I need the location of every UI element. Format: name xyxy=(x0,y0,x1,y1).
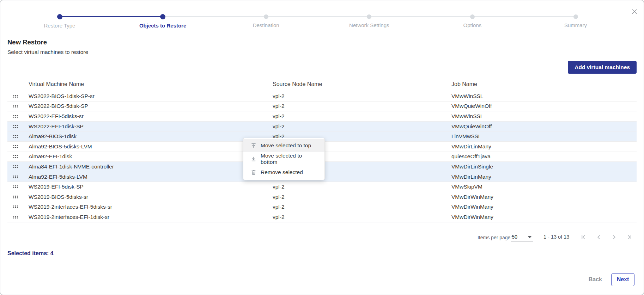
cell-job-name: VMwDirLinSingle xyxy=(451,164,637,170)
cell-source-node: vpl-2 xyxy=(273,204,451,210)
drag-handle-icon[interactable] xyxy=(13,94,18,98)
cell-vm-name: Alma84-EFI-1disk-NVME-controller xyxy=(29,164,273,170)
menu-item-move-selected-to-top[interactable]: Move selected to top xyxy=(243,139,324,152)
drag-handle-icon[interactable] xyxy=(13,195,18,199)
menu-item-label: Move selected to bottom xyxy=(261,153,319,165)
drag-handle-icon[interactable] xyxy=(13,135,18,138)
cell-vm-name: Alma92-BIOS-5disks-LVM xyxy=(29,143,273,150)
drag-handle-icon[interactable] xyxy=(13,155,18,158)
cell-source-node: vpl-2 xyxy=(273,184,451,190)
step-dot-icon xyxy=(57,14,62,19)
chevron-down-icon xyxy=(528,236,532,238)
drag-handle-icon[interactable] xyxy=(13,215,18,219)
step-network-settings[interactable]: Network Settings xyxy=(327,14,412,28)
last-page-icon xyxy=(626,234,632,240)
add-virtual-machines-button[interactable]: Add virtual machines xyxy=(568,61,637,74)
next-page-button[interactable] xyxy=(611,234,617,240)
last-page-button[interactable] xyxy=(626,234,632,240)
step-options[interactable]: Options xyxy=(430,14,515,28)
table-row[interactable]: WS2019-EFI-5disk-SP vpl-2 VMwSkipVM xyxy=(7,182,637,192)
cell-job-name: VMwQuieWinOff xyxy=(451,123,637,130)
items-per-page-label: Items per page: xyxy=(478,235,512,240)
cell-vm-name: WS2022-BIOS-1disk-SP-sr xyxy=(29,93,273,99)
chevron-left-icon xyxy=(596,234,602,240)
cell-source-node: vpl-2 xyxy=(273,113,451,119)
table-row[interactable]: WS2022-BIOS-1disk-SP-sr vpl-2 VMwWinSSL xyxy=(7,91,637,102)
drag-handle-icon[interactable] xyxy=(13,205,18,209)
step-label: Network Settings xyxy=(327,22,412,28)
drag-handle-icon[interactable] xyxy=(13,165,18,168)
step-restore-type[interactable]: Restore Type xyxy=(17,14,102,29)
cell-vm-name: WS2022-BIOS-5disk-SP xyxy=(29,103,273,109)
cell-vm-name: WS2019-EFI-5disk-SP xyxy=(29,184,273,190)
menu-item-label: Remove selected xyxy=(261,169,303,176)
wizard-stepper: Restore Type Objects to Restore Destinat… xyxy=(0,0,644,32)
row-context-menu: Move selected to top Move selected to bo… xyxy=(243,138,325,180)
next-button[interactable]: Next xyxy=(611,273,634,286)
drag-handle-icon[interactable] xyxy=(13,104,18,108)
step-label: Objects to Restore xyxy=(121,23,205,29)
step-label: Destination xyxy=(224,22,308,28)
page-range-label: 1 - 13 of 13 xyxy=(543,234,569,240)
cell-job-name: VMwWinSSL xyxy=(451,93,637,99)
column-header-vm-name: Virtual Machine Name xyxy=(29,81,273,87)
table-header: Virtual Machine Name Source Node Name Jo… xyxy=(7,77,637,91)
column-header-job-name: Job Name xyxy=(451,81,637,87)
step-destination[interactable]: Destination xyxy=(224,14,308,28)
cell-job-name: VMwDirLinMany xyxy=(451,174,637,180)
cell-job-name: LinVMwSSL xyxy=(451,133,637,140)
table-row[interactable]: WS2022-EFI-1disk-SP vpl-2 VMwQuieWinOff xyxy=(7,122,637,132)
new-restore-wizard-dialog: Restore Type Objects to Restore Destinat… xyxy=(0,0,644,295)
step-summary[interactable]: Summary xyxy=(533,14,618,28)
drag-handle-icon[interactable] xyxy=(13,185,18,189)
column-header-source-node: Source Node Name xyxy=(273,81,451,87)
cell-vm-name: WS2019-2interfaces-EFI-1disk-sr xyxy=(29,214,273,220)
close-button[interactable] xyxy=(631,8,638,16)
drag-handle-icon[interactable] xyxy=(13,125,18,128)
cell-vm-name: WS2022-EFI-1disk-SP xyxy=(29,123,273,130)
cell-source-node: vpl-2 xyxy=(273,103,451,109)
step-dot-icon xyxy=(160,14,165,19)
trash-icon xyxy=(251,170,256,175)
page-title: New Restore xyxy=(7,38,47,46)
table-row[interactable]: WS2019-BIOS-5disks-sr vpl-2 VMwDirWinMan… xyxy=(7,192,637,202)
close-icon xyxy=(631,8,638,15)
step-objects-to-restore[interactable]: Objects to Restore xyxy=(121,14,205,29)
wizard-footer: Back Next xyxy=(589,273,634,286)
drag-handle-icon[interactable] xyxy=(13,145,18,148)
chevron-right-icon xyxy=(611,234,617,240)
cell-vm-name: Alma92-BIOS-1disk xyxy=(29,133,273,140)
move-selected-to-bottom-icon xyxy=(251,156,256,162)
items-per-page-select[interactable]: 50 xyxy=(511,233,533,241)
cell-source-node: vpl-2 xyxy=(273,93,451,99)
step-label: Summary xyxy=(533,22,618,28)
cell-job-name: VMwDirWinMany xyxy=(451,214,637,220)
drag-handle-icon[interactable] xyxy=(13,115,18,118)
move-selected-to-top-icon xyxy=(251,143,256,148)
drag-handle-icon[interactable] xyxy=(13,175,18,179)
cell-vm-name: WS2022-EFI-5disks-sr xyxy=(29,113,273,119)
cell-vm-name: WS2019-BIOS-5disks-sr xyxy=(29,194,273,200)
cell-job-name: VMwDirWinMany xyxy=(451,204,637,210)
cell-job-name: VMwDirLinMany xyxy=(451,143,637,150)
pagination-bar: Items per page: 50 1 - 13 of 13 xyxy=(473,230,637,244)
menu-item-remove-selected[interactable]: Remove selected xyxy=(243,166,324,179)
cell-vm-name: Alma92-EFI-1disk xyxy=(29,153,273,160)
step-dot-icon xyxy=(367,14,371,19)
pager-controls xyxy=(581,234,632,240)
table-row[interactable]: WS2022-BIOS-5disk-SP vpl-2 VMwQuieWinOff xyxy=(7,102,637,112)
table-row[interactable]: WS2022-EFI-5disks-sr vpl-2 VMwWinSSL xyxy=(7,111,637,122)
first-page-button[interactable] xyxy=(581,234,587,240)
menu-item-move-selected-to-bottom[interactable]: Move selected to bottom xyxy=(243,152,324,166)
step-label: Options xyxy=(430,22,515,28)
previous-page-button[interactable] xyxy=(596,234,602,240)
cell-job-name: VMwSkipVM xyxy=(451,184,637,190)
items-per-page-value: 50 xyxy=(511,234,517,240)
menu-item-label: Move selected to top xyxy=(261,142,311,149)
first-page-icon xyxy=(581,234,587,240)
back-button[interactable]: Back xyxy=(589,276,602,283)
step-dot-icon xyxy=(470,14,475,19)
table-row[interactable]: WS2019-2interfaces-EFI-5disks-sr vpl-2 V… xyxy=(7,202,637,213)
cell-vm-name: Alma92-EFI-5disks-LVM xyxy=(29,174,273,180)
table-row[interactable]: WS2019-2interfaces-EFI-1disk-sr vpl-2 VM… xyxy=(7,212,637,222)
